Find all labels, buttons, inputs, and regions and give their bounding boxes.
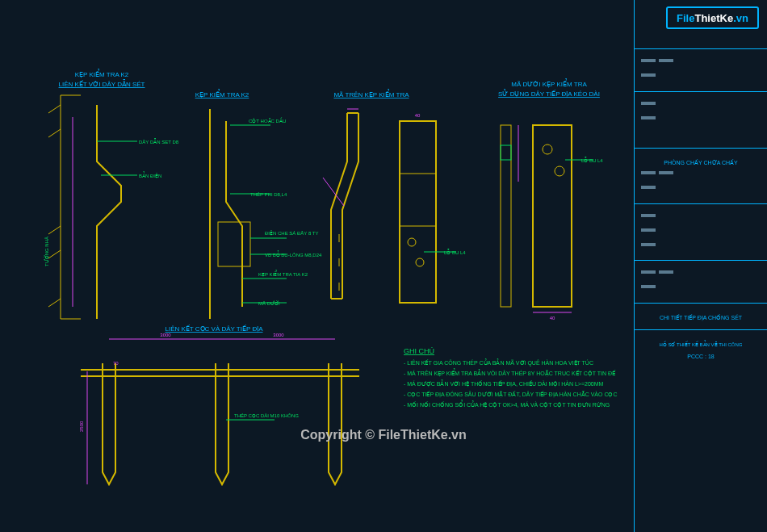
notes-title: GHI CHÚ [404,347,434,355]
note-5: - MỐI NỐI CHỐNG SỔI CỦA HỆ CỘT OK>4, MÁ … [404,400,610,408]
note-2: - MÁ TRÊN KẸP KIỂM TRA BẢN VÒI DÂY THÉP … [404,368,616,377]
ground-wire [81,370,359,376]
logo-text: FileThietKe.vn [677,12,748,24]
title-3: MÃ TRÊN KẸP KIỂM TRA [333,89,409,98]
note-3: - MÁ ĐƯỢC BẢN VỚI HỆ THỐNG TIẾP ĐỊA, CHI… [404,379,604,387]
watermark: Copyright © FileThietKe.vn [300,428,467,442]
hole-3f-2 [416,258,424,266]
sb-sec-5 [635,260,767,303]
lbl-lo2: LỖ BU L4 [581,157,603,163]
hole-3f-1 [408,238,416,246]
plate-4-side [501,125,511,307]
wall-hatch [48,105,61,307]
hole-4-2 [555,166,564,176]
sb-sheet-no: PCCC : 18 [641,354,761,359]
sb-title-hoso: HỒ SƠ THIẾT KẾ BẢN VẼ THI CÔNG [641,341,761,347]
dim-40-1: 40 [415,113,421,118]
plate-3f [400,121,436,303]
logo: FileThietKe.vn [666,6,759,29]
stake-2 [216,363,228,484]
sb-sec-7: HỒ SƠ THIẾT KẾ BẢN VẼ THI CÔNG PCCC : 18 [635,329,767,367]
title-1a: KẸP KIỂM TRA K2 [75,69,129,78]
sb-title-pccc: PHÒNG CHẤY CHỮA CHẤY [641,160,761,166]
lbl-dienche: ĐIỆN CHE SÁ ĐÂY 8 TY [265,230,318,237]
sb-sec-4 [635,203,767,260]
lbl-lo1: LỖ BU L4 [444,249,466,255]
lbl-thepcoc: THÉP CỌC DÀI M10 KHÔNG [234,413,299,419]
drawing-svg: KẸP KIỂM TRA K2 LIÊN KẾT VỚI DÂY DẪN SÉT… [0,0,634,532]
title-4a: MÃ DƯỚI KẸP KIỂM TRA [511,78,587,88]
title-4b: SỬ DỤNG DÂY TIẾP ĐỊA KÉO DÀI [498,89,600,98]
lbl-tuong-nha: TƯỜNG NHÀ [44,237,49,266]
sb-sec-2 [635,91,767,148]
lbl-kep: KẸP KIỂM TRA TIA K2 [258,270,308,278]
lbl-ban-dien: BẢN ĐIỆN [139,171,161,179]
note-4: - CỌC TIẾP ĐỊA ĐÓNG SÂU DƯỚI MẶT ĐẤT, DÂ… [404,391,618,398]
title-5: LIÊN KẾT CỌC VÀ DÂY TIẾP ĐỊA [166,325,264,333]
plate-4-front [533,125,572,307]
hole-4-1 [543,145,552,154]
title-block-panel: FileThietKe.vn PHÒNG CHẤY CHỮA CHẤY CHI … [634,0,767,532]
title-2: KẸP KIỂM TRA K2 [195,89,249,98]
dim-2500: 2500 [79,421,84,432]
stake-3 [329,363,342,484]
plate-4-holes-s [501,145,511,160]
conductor-2 [226,121,242,307]
lbl-day-dan: DÂY DẪN SET D8 [139,138,179,145]
lbl-thep-phi: THÉP PHI D8,L4 [250,192,287,197]
sb-sec-3: PHÒNG CHẤY CHỮA CHẤY [635,148,767,203]
sb-sec-6: CHI TIẾT TIẾP ĐỊA CHỐNG SÉT [635,303,767,329]
lbl-bulong: VB BỎ BU-LÔNG M8,D24 [265,250,322,258]
dim-70: 70 [113,361,119,366]
cad-canvas: KẸP KIỂM TRA K2 LIÊN KẾT VỚI DÂY DẪN SÉT… [0,0,634,532]
title-1b: LIÊN KẾT VỚI DÂY DẪN SÉT [59,79,145,88]
lbl-cot: CỘT HOẶC DẦU [249,117,286,124]
sb-title-detail: CHI TIẾT TIẾP ĐỊA CHỐNG SÉT [641,315,761,321]
stake-1 [103,363,115,484]
sb-sec-1 [635,48,767,91]
conductor-1 [97,105,121,319]
dim-3000-1: 3000 [160,333,171,337]
wall-outline [61,95,81,319]
plate-3-outline [331,113,358,299]
dim-40-2: 40 [550,316,555,320]
note-1: - LIÊN KẾT GIA CÔNG THÉP CỦA BẢN MÃ VỚI … [404,358,593,367]
clamp-box [218,222,250,266]
dim-3000-2: 3000 [273,333,284,337]
lbl-maduoi: MÃ DƯỚI [258,300,280,306]
